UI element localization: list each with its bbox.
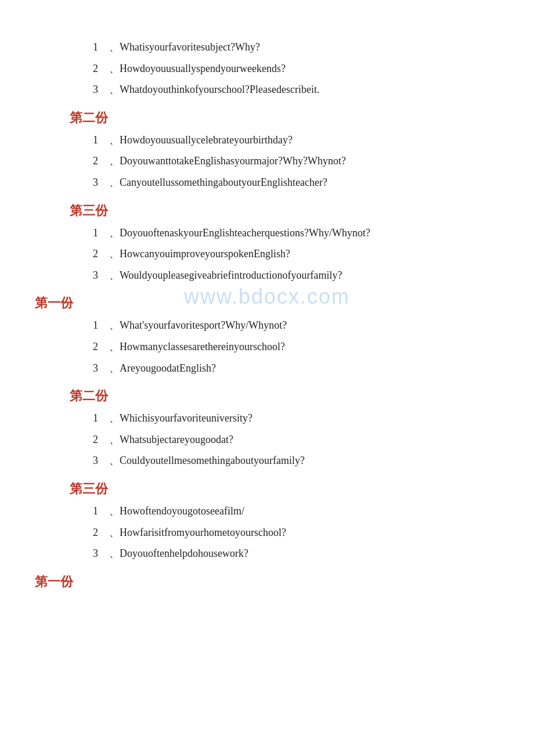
question-sep: 、 bbox=[109, 409, 120, 427]
question-sep: 、 bbox=[109, 524, 120, 542]
section-b-part1: 第一份 1 、 What'syourfavoritesport?Why/Whyn… bbox=[35, 294, 499, 377]
question-text: Howoftendoyougotoseeafilm/ bbox=[120, 502, 244, 520]
list-item: 3 、 Doyouoftenhelpdohousework? bbox=[93, 545, 499, 563]
list-item: 2 、 Howdoyouusuallyspendyourweekends? bbox=[93, 60, 499, 78]
question-number: 3 bbox=[93, 452, 109, 470]
list-item: 2 、 DoyouwanttotakeEnglishasyourmajor?Wh… bbox=[93, 152, 499, 170]
section-a-part3: 第三份 1 、 DoyouoftenaskyourEnglishteacherq… bbox=[35, 202, 499, 285]
list-item: 2 、 Howfarisitfromyourhometoyourschool? bbox=[93, 524, 499, 542]
question-number: 2 bbox=[93, 338, 109, 356]
question-text: HowcanyouimproveyourspokenEnglish? bbox=[120, 245, 290, 263]
list-item: 1 、 What'syourfavoritesport?Why/Whynot? bbox=[93, 316, 499, 334]
question-number: 3 bbox=[93, 267, 109, 285]
question-text: Whatdoyouthinkofyourschool?Pleasedescrib… bbox=[120, 81, 319, 99]
question-sep: 、 bbox=[109, 81, 120, 99]
list-item: 1 、 Howoftendoyougotoseeafilm/ bbox=[93, 502, 499, 520]
question-text: Couldyoutellmesomethingaboutyourfamily? bbox=[120, 452, 305, 470]
list-item: 2 、 Whatsubjectareyougoodat? bbox=[93, 431, 499, 449]
question-text: Whatsubjectareyougoodat? bbox=[120, 431, 233, 449]
section-c-part1: 第一份 bbox=[35, 573, 499, 591]
list-item: 2 、 Howmanyclassesarethereinyourschool? bbox=[93, 338, 499, 356]
question-text: Howdoyouusuallycelebrateyourbirthday? bbox=[120, 131, 293, 149]
section-header: 第三份 bbox=[70, 202, 499, 219]
question-text: Whatisyourfavoritesubject?Why? bbox=[120, 38, 260, 56]
list-item: 3 、 Wouldyoupleasegiveabriefintroduction… bbox=[93, 267, 499, 285]
question-text: Wouldyoupleasegiveabriefintroductionofyo… bbox=[120, 267, 342, 285]
question-text: DoyouwanttotakeEnglishasyourmajor?Why?Wh… bbox=[120, 152, 346, 170]
section-header-left: 第一份 bbox=[35, 573, 499, 591]
section-header: 第三份 bbox=[70, 480, 499, 498]
question-sep: 、 bbox=[109, 224, 120, 242]
question-number: 1 bbox=[93, 409, 109, 427]
list-item: 1 、 DoyouoftenaskyourEnglishteacherquest… bbox=[93, 224, 499, 242]
section-a-part1: 1 、 Whatisyourfavoritesubject?Why? 2 、 H… bbox=[35, 38, 499, 99]
list-item: 1 、 Whichisyourfavoriteuniversity? bbox=[93, 409, 499, 427]
question-sep: 、 bbox=[109, 245, 120, 263]
question-sep: 、 bbox=[109, 38, 120, 56]
question-text: Howdoyouusuallyspendyourweekends? bbox=[120, 60, 286, 78]
question-number: 2 bbox=[93, 431, 109, 449]
question-text: Howfarisitfromyourhometoyourschool? bbox=[120, 524, 286, 542]
question-text: Whichisyourfavoriteuniversity? bbox=[120, 409, 252, 427]
list-item: 1 、 Howdoyouusuallycelebrateyourbirthday… bbox=[93, 131, 499, 149]
question-text: What'syourfavoritesport?Why/Whynot? bbox=[120, 316, 287, 334]
section-header: 第二份 bbox=[70, 387, 499, 405]
question-number: 3 bbox=[93, 359, 109, 377]
list-item: 2 、 HowcanyouimproveyourspokenEnglish? bbox=[93, 245, 499, 263]
page-container: 1 、 Whatisyourfavoritesubject?Why? 2 、 H… bbox=[0, 23, 534, 607]
question-sep: 、 bbox=[109, 152, 120, 170]
section-b-part3: 第三份 1 、 Howoftendoyougotoseeafilm/ 2 、 H… bbox=[35, 480, 499, 563]
question-number: 3 bbox=[93, 81, 109, 99]
question-sep: 、 bbox=[109, 452, 120, 470]
question-sep: 、 bbox=[109, 545, 120, 563]
question-number: 2 bbox=[93, 60, 109, 78]
question-sep: 、 bbox=[109, 359, 120, 377]
question-number: 1 bbox=[93, 38, 109, 56]
question-sep: 、 bbox=[109, 431, 120, 449]
question-text: Howmanyclassesarethereinyourschool? bbox=[120, 338, 285, 356]
list-item: 3 、 Whatdoyouthinkofyourschool?Pleasedes… bbox=[93, 81, 499, 99]
question-sep: 、 bbox=[109, 131, 120, 149]
question-sep: 、 bbox=[109, 267, 120, 285]
question-text: DoyouoftenaskyourEnglishteacherquestions… bbox=[120, 224, 370, 242]
question-number: 3 bbox=[93, 174, 109, 192]
question-sep: 、 bbox=[109, 316, 120, 334]
question-sep: 、 bbox=[109, 174, 120, 192]
list-item: 1 、 Whatisyourfavoritesubject?Why? bbox=[93, 38, 499, 56]
question-text: CanyoutellussomethingaboutyourEnglishtea… bbox=[120, 174, 327, 192]
question-number: 1 bbox=[93, 224, 109, 242]
question-sep: 、 bbox=[109, 338, 120, 356]
list-item: 3 、 Couldyoutellmesomethingaboutyourfami… bbox=[93, 452, 499, 470]
question-number: 1 bbox=[93, 131, 109, 149]
question-number: 3 bbox=[93, 545, 109, 563]
section-a-part2: 第二份 1 、 Howdoyouusuallycelebrateyourbirt… bbox=[35, 109, 499, 192]
question-number: 2 bbox=[93, 245, 109, 263]
question-number: 2 bbox=[93, 152, 109, 170]
section-header-left: 第一份 bbox=[35, 294, 499, 312]
question-sep: 、 bbox=[109, 502, 120, 520]
question-sep: 、 bbox=[109, 60, 120, 78]
list-item: 3 、 AreyougoodatEnglish? bbox=[93, 359, 499, 377]
question-number: 1 bbox=[93, 316, 109, 334]
question-number: 2 bbox=[93, 524, 109, 542]
section-header: 第二份 bbox=[70, 109, 499, 127]
question-number: 1 bbox=[93, 502, 109, 520]
question-text: AreyougoodatEnglish? bbox=[120, 359, 216, 377]
section-b-part2: 第二份 1 、 Whichisyourfavoriteuniversity? 2… bbox=[35, 387, 499, 470]
question-text: Doyouoftenhelpdohousework? bbox=[120, 545, 248, 563]
list-item: 3 、 CanyoutellussomethingaboutyourEnglis… bbox=[93, 174, 499, 192]
